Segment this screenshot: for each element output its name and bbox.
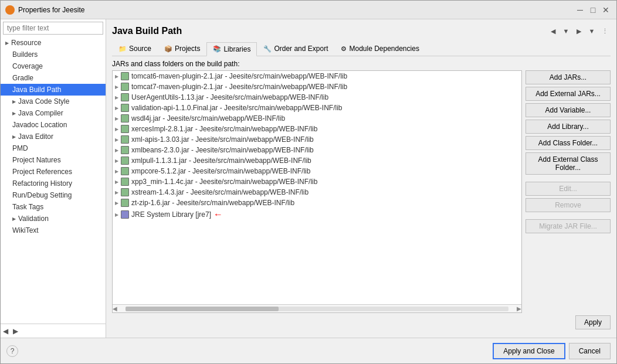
jre-icon <box>121 210 129 219</box>
add-library-button[interactable]: Add Library... <box>526 120 611 134</box>
jar-icon <box>121 114 129 123</box>
add-jars-button[interactable]: Add JARs... <box>526 70 611 84</box>
jar-name: tomcat6-maven-plugin-2.1.jar - Jeesite/s… <box>131 72 347 80</box>
sidebar-item-project-natures[interactable]: Project Natures <box>1 154 106 166</box>
nav-forward-dropdown[interactable]: ▼ <box>586 25 598 37</box>
sidebar-item-project-references[interactable]: Project References <box>1 166 106 178</box>
tab-projects-label: Projects <box>175 45 200 53</box>
add-external-jars-button[interactable]: Add External JARs... <box>526 87 611 101</box>
nav-menu-button[interactable]: ⋮ <box>599 25 611 37</box>
sidebar-scroll-left[interactable]: ◀ <box>1 327 11 335</box>
jar-item[interactable]: ▶ wsdl4j.jar - Jeesite/src/main/webapp/W… <box>113 113 521 124</box>
scroll-right-btn[interactable]: ▶ <box>517 305 521 312</box>
jar-item[interactable]: ▶ xpp3_min-1.1.4c.jar - Jeesite/src/main… <box>113 176 521 187</box>
cancel-button[interactable]: Cancel <box>569 343 611 359</box>
jar-item[interactable]: ▶ xmlpull-1.1.3.1.jar - Jeesite/src/main… <box>113 155 521 166</box>
jar-item[interactable]: ▶ tomcat6-maven-plugin-2.1.jar - Jeesite… <box>113 71 521 81</box>
jar-item[interactable]: ▶ validation-api-1.1.0.Final.jar - Jeesi… <box>113 103 521 113</box>
sidebar-scroll-right[interactable]: ▶ <box>11 327 21 335</box>
sidebar-item-pmd[interactable]: PMD <box>1 142 106 154</box>
add-class-folder-button[interactable]: Add Class Folder... <box>526 136 611 150</box>
tab-order-export[interactable]: 🔧 Order and Export <box>257 42 334 56</box>
sidebar-item-java-code-style[interactable]: Java Code Style <box>1 96 106 107</box>
sidebar-item-gradle[interactable]: Gradle <box>1 72 106 84</box>
sidebar-item-wikitext[interactable]: WikiText <box>1 224 106 236</box>
sidebar-item-java-compiler[interactable]: Java Compiler <box>1 107 106 119</box>
libraries-tab-icon: 📚 <box>213 45 221 53</box>
title-bar: Properties for Jeesite ─ □ ✕ <box>1 1 616 19</box>
sidebar-item-task-tags[interactable]: Task Tags <box>1 201 106 213</box>
sidebar-item-javadoc-location[interactable]: Javadoc Location <box>1 119 106 131</box>
edit-button[interactable]: Edit... <box>526 182 611 196</box>
apply-button[interactable]: Apply <box>575 315 611 329</box>
close-button[interactable]: ✕ <box>600 4 612 16</box>
jar-item[interactable]: ▶ xmpcore-5.1.2.jar - Jeesite/src/main/w… <box>113 166 521 176</box>
window-controls: ─ □ ✕ <box>574 4 612 16</box>
order-tab-icon: 🔧 <box>263 45 272 53</box>
remove-button[interactable]: Remove <box>526 198 611 212</box>
sidebar-item-validation[interactable]: Validation <box>1 213 106 224</box>
sidebar-item-resource[interactable]: Resource <box>1 37 106 49</box>
jars-panel: ▶ tomcat6-maven-plugin-2.1.jar - Jeesite… <box>112 70 522 313</box>
sidebar-item-run-debug-setting[interactable]: Run/Debug Setting <box>1 189 106 201</box>
jar-item[interactable]: ▶ zt-zip-1.6.jar - Jeesite/src/main/weba… <box>113 198 521 208</box>
tab-module-dependencies[interactable]: ⚙ Module Dependencies <box>334 42 425 56</box>
expand-arrow: ▶ <box>115 106 118 111</box>
jar-item[interactable]: ▶ tomcat7-maven-plugin-2.1.jar - Jeesite… <box>113 81 521 92</box>
help-button[interactable]: ? <box>6 345 18 357</box>
tab-projects[interactable]: 📦 Projects <box>158 42 206 56</box>
jre-name: JRE System Library [jre7] <box>131 210 211 219</box>
filter-input[interactable] <box>3 22 103 35</box>
add-external-class-folder-button[interactable]: Add External Class Folder... <box>526 152 611 175</box>
maximize-button[interactable]: □ <box>587 4 599 16</box>
jar-icon <box>121 178 129 186</box>
migrate-jar-button[interactable]: Migrate JAR File... <box>526 219 611 233</box>
jre-item[interactable]: ▶ JRE System Library [jre7] ← <box>113 208 521 221</box>
expand-arrow: ▶ <box>115 190 118 195</box>
jar-item[interactable]: ▶ UserAgentUtils-1.13.jar - Jeesite/src/… <box>113 92 521 103</box>
jar-item[interactable]: ▶ xercesImpl-2.8.1.jar - Jeesite/src/mai… <box>113 124 521 134</box>
sidebar-item-java-editor[interactable]: Java Editor <box>1 131 106 142</box>
jar-name: tomcat7-maven-plugin-2.1.jar - Jeesite/s… <box>131 83 347 91</box>
tab-libraries[interactable]: 📚 Libraries <box>206 42 257 56</box>
jar-item[interactable]: ▶ xml-apis-1.3.03.jar - Jeesite/src/main… <box>113 134 521 145</box>
jar-name: xercesImpl-2.8.1.jar - Jeesite/src/main/… <box>131 125 317 133</box>
jar-name: xmlpull-1.1.3.1.jar - Jeesite/src/main/w… <box>131 157 311 165</box>
nav-back-dropdown[interactable]: ▼ <box>560 25 572 37</box>
scrollbar-thumb[interactable] <box>126 307 279 311</box>
nav-back-button[interactable]: ◀ <box>547 25 559 37</box>
sidebar-item-builders[interactable]: Builders <box>1 49 106 60</box>
minimize-button[interactable]: ─ <box>574 4 586 16</box>
sidebar: Resource Builders Coverage Gradle Java B… <box>1 19 106 338</box>
add-variable-button[interactable]: Add Variable... <box>526 103 611 117</box>
jar-item[interactable]: ▶ xmlbeans-2.3.0.jar - Jeesite/src/main/… <box>113 145 521 155</box>
scroll-left-btn[interactable]: ◀ <box>113 305 117 312</box>
jar-icon <box>121 199 129 207</box>
jar-icon <box>121 146 129 154</box>
expand-arrow: ▶ <box>115 137 118 142</box>
jar-item[interactable]: ▶ xstream-1.4.3.jar - Jeesite/src/main/w… <box>113 187 521 198</box>
module-tab-icon: ⚙ <box>341 45 347 53</box>
jars-list[interactable]: ▶ tomcat6-maven-plugin-2.1.jar - Jeesite… <box>113 71 521 304</box>
jar-icon <box>121 167 129 175</box>
apply-and-close-button[interactable]: Apply and Close <box>493 343 565 359</box>
expand-arrow: ▶ <box>115 127 118 132</box>
jar-icon <box>121 104 129 112</box>
scrollbar-track <box>126 307 508 311</box>
expand-arrow: ▶ <box>115 74 118 79</box>
jar-icon <box>121 157 129 165</box>
build-path-label: JARs and class folders on the build path… <box>112 60 611 68</box>
jar-icon <box>121 72 129 80</box>
expand-arrow: ▶ <box>115 116 118 121</box>
nav-forward-button[interactable]: ▶ <box>573 25 585 37</box>
horizontal-scrollbar[interactable]: ◀ ▶ <box>113 304 521 312</box>
tab-source[interactable]: 📁 Source <box>112 42 158 56</box>
expand-arrow: ▶ <box>115 158 118 164</box>
main-panel: Java Build Path ◀ ▼ ▶ ▼ ⋮ 📁 Source 📦 Pro… <box>106 19 616 338</box>
tab-libraries-label: Libraries <box>223 45 250 53</box>
red-arrow-icon: ← <box>213 209 223 220</box>
action-buttons-panel: Add JARs... Add External JARs... Add Var… <box>526 70 611 313</box>
sidebar-item-coverage[interactable]: Coverage <box>1 60 106 72</box>
sidebar-item-java-build-path[interactable]: Java Build Path <box>1 84 106 96</box>
sidebar-item-refactoring-history[interactable]: Refactoring History <box>1 178 106 189</box>
